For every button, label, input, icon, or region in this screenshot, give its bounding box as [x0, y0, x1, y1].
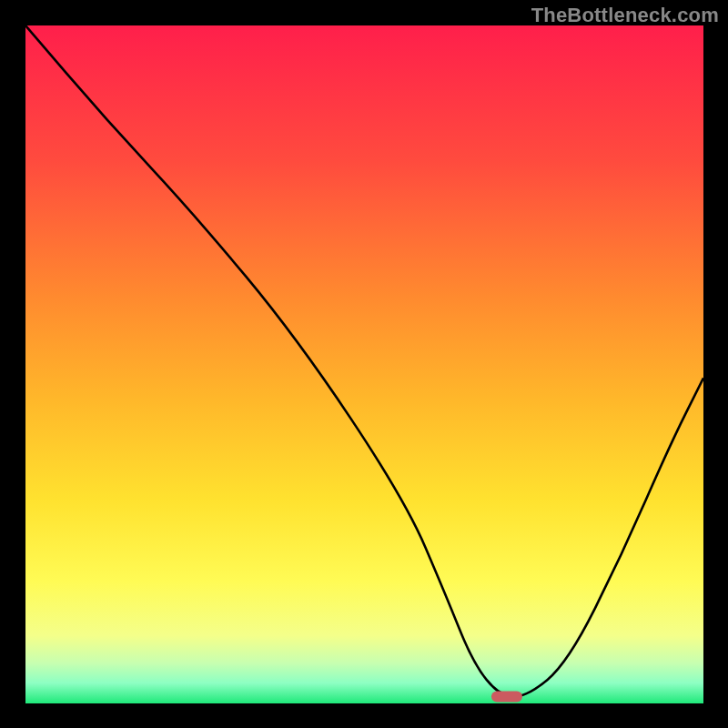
watermark-text: TheBottleneck.com — [531, 4, 719, 27]
gradient-background — [25, 25, 703, 703]
optimal-marker — [491, 692, 522, 703]
bottleneck-chart — [25, 25, 703, 703]
plot-area — [25, 25, 703, 703]
chart-frame: TheBottleneck.com — [0, 0, 728, 728]
